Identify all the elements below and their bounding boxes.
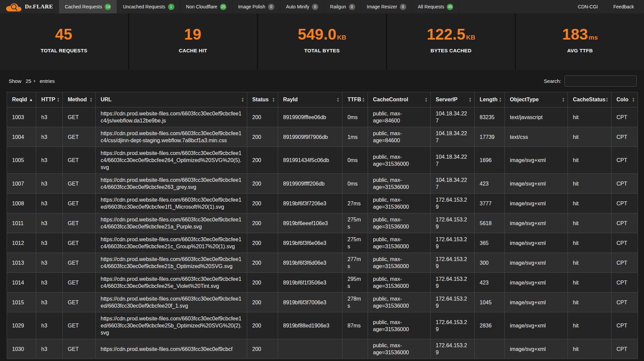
column-header-label: URL xyxy=(101,97,112,102)
tab-non-cloudflare[interactable]: Non Cloudflare25 xyxy=(180,0,232,13)
cell-serverip: 172.64.153.29 xyxy=(431,253,475,273)
column-header-objecttype[interactable]: ObjectType▲▼ xyxy=(505,92,568,107)
cell-rayid xyxy=(278,339,342,359)
cell-rayid: 8919bf88ed1906e3 xyxy=(278,312,342,339)
column-header-method[interactable]: Method▲▼ xyxy=(63,92,96,107)
cell-cachecontrol: public, max-age=31536000 xyxy=(368,293,431,312)
table-row[interactable]: 1011h3GEThttps://cdn.prod.website-files.… xyxy=(7,213,638,233)
cell-url: https://cdn.prod.website-files.com/6603f… xyxy=(96,233,247,253)
cell-cachecontrol: public, max-age=31536000 xyxy=(368,174,431,194)
cell-reqid: 1011 xyxy=(7,213,36,233)
column-header-cachecontrol[interactable]: CacheControl▲▼ xyxy=(368,92,431,107)
table-row[interactable]: 1014h3GEThttps://cdn.prod.website-files.… xyxy=(7,273,638,293)
cell-ttfb: 0ms xyxy=(342,174,368,194)
table-row[interactable]: 1008h3GEThttps://cdn.prod.website-files.… xyxy=(7,194,638,213)
column-header-url[interactable]: URL▲▼ xyxy=(96,92,247,107)
cell-method: GET xyxy=(63,293,96,312)
table-row[interactable]: 1029h3GEThttps://cdn.prod.website-files.… xyxy=(7,312,638,339)
search-input[interactable] xyxy=(565,75,637,87)
requests-table: ReqId▲HTTP▲▼Method▲▼URL▲▼Status▲▼RayId▲▼… xyxy=(7,92,638,359)
cell-cachestatus: hit xyxy=(568,293,611,312)
cell-colo: CPT xyxy=(611,213,638,233)
cell-length: 1045 xyxy=(475,293,505,312)
cell-length: 1696 xyxy=(475,147,505,174)
column-header-rayid[interactable]: RayId▲▼ xyxy=(278,92,342,107)
cell-reqid: 1012 xyxy=(7,233,36,253)
table-row[interactable]: 1003h3GEThttps://cdn.prod.website-files.… xyxy=(7,107,638,127)
cell-status: 200 xyxy=(247,273,278,293)
cell-rayid: 8919bf6f3f7206e3 xyxy=(278,194,342,213)
cell-objecttype: image/svg+xml xyxy=(505,194,568,213)
cell-method: GET xyxy=(63,174,96,194)
cell-cachestatus: hit xyxy=(568,213,611,233)
cell-objecttype: text/css xyxy=(505,127,568,147)
cell-http: h3 xyxy=(36,147,63,174)
column-header-http[interactable]: HTTP▲▼ xyxy=(36,92,63,107)
table-row[interactable]: 1030h3GEThttps://cdn.prod.website-files.… xyxy=(7,339,638,359)
cell-reqid: 1005 xyxy=(7,147,36,174)
cell-cachestatus: hit xyxy=(568,127,611,147)
stat-label: BYTES CACHED xyxy=(431,48,472,53)
column-header-ttfb[interactable]: TTFB▲▼ xyxy=(342,92,368,107)
tab-railgun[interactable]: Railgun0 xyxy=(324,0,361,13)
sort-both-icon: ▲▼ xyxy=(272,97,275,102)
tab-auto-minify[interactable]: Auto Minify0 xyxy=(280,0,324,13)
cell-objecttype: text/javascript xyxy=(505,107,568,127)
cell-rayid: 8919bf6f1f3506e3 xyxy=(278,273,342,293)
cell-status: 200 xyxy=(247,107,278,127)
cell-reqid: 1008 xyxy=(7,194,36,213)
tab-count-badge: 0 xyxy=(268,4,274,10)
cell-reqid: 1013 xyxy=(7,253,36,273)
cell-length xyxy=(475,339,505,359)
cell-status: 200 xyxy=(247,293,278,312)
column-header-cachestatus[interactable]: CacheStatus▲▼ xyxy=(568,92,611,107)
cell-url: https://cdn.prod.website-files.com/6603f… xyxy=(96,194,247,213)
table-controls: Show 25 ▾ entries Search: xyxy=(0,70,644,92)
column-header-reqid[interactable]: ReqId▲ xyxy=(7,92,36,107)
cell-ttfb: 1ms xyxy=(342,127,368,147)
table-row[interactable]: 1012h3GEThttps://cdn.prod.website-files.… xyxy=(7,233,638,253)
table-row[interactable]: 1007h3GEThttps://cdn.prod.website-files.… xyxy=(7,174,638,194)
cell-reqid: 1015 xyxy=(7,293,36,312)
tab-uncached-requests[interactable]: Uncached Requests1 xyxy=(117,0,180,13)
entries-label: entries xyxy=(40,78,55,84)
cell-reqid: 1004 xyxy=(7,127,36,147)
app-logo-text: Dr.FLARE xyxy=(25,3,53,10)
cell-ttfb: 275ms xyxy=(342,213,368,233)
cell-cachestatus: hit xyxy=(568,194,611,213)
table-row[interactable]: 1005h3GEThttps://cdn.prod.website-files.… xyxy=(7,147,638,174)
cell-colo: CPT xyxy=(611,273,638,293)
column-header-colo[interactable]: Colo▲▼ xyxy=(611,92,638,107)
cell-serverip: 172.64.153.29 xyxy=(431,213,475,233)
tab-label: All Requests xyxy=(418,4,444,9)
column-header-label: Length xyxy=(480,97,497,102)
cell-method: GET xyxy=(63,213,96,233)
cell-rayid: 8919bf6f3f7006e3 xyxy=(278,293,342,312)
nav-right-links: CDN-CGI Feedback xyxy=(578,0,644,13)
cell-ttfb: 0ms xyxy=(342,107,368,127)
sort-ascending-icon: ▲ xyxy=(29,98,33,102)
cell-http: h3 xyxy=(36,273,63,293)
tab-image-resizer[interactable]: Image Resizer0 xyxy=(361,0,412,13)
cell-url: https://cdn.prod.website-files.com/6603f… xyxy=(96,339,247,359)
table-row[interactable]: 1013h3GEThttps://cdn.prod.website-files.… xyxy=(7,253,638,273)
cell-method: GET xyxy=(63,147,96,174)
cell-cachestatus: hit xyxy=(568,174,611,194)
cell-rayid: 8919909ffff206db xyxy=(278,174,342,194)
column-header-serverip[interactable]: ServerIP▲▼ xyxy=(431,92,475,107)
sort-both-icon: ▲▼ xyxy=(469,97,472,102)
tab-all-requests[interactable]: All Requests45 xyxy=(412,0,460,13)
column-header-status[interactable]: Status▲▼ xyxy=(247,92,278,107)
column-header-length[interactable]: Length▲▼ xyxy=(475,92,505,107)
table-row[interactable]: 1015h3GEThttps://cdn.prod.website-files.… xyxy=(7,293,638,312)
table-row[interactable]: 1004h3GEThttps://cdn.prod.website-files.… xyxy=(7,127,638,147)
tab-count-badge: 45 xyxy=(447,4,453,10)
tab-label: Railgun xyxy=(330,4,346,9)
tab-image-polish[interactable]: Image Polish0 xyxy=(232,0,280,13)
page-size-select[interactable]: 25 ▾ xyxy=(24,77,37,85)
nav-link-cdn-cgi[interactable]: CDN-CGI xyxy=(578,4,598,9)
tab-cached-requests[interactable]: Cached Requests19 xyxy=(59,0,117,13)
cell-status: 200 xyxy=(247,312,278,339)
cell-length: 3777 xyxy=(475,194,505,213)
nav-link-feedback[interactable]: Feedback xyxy=(613,4,634,9)
